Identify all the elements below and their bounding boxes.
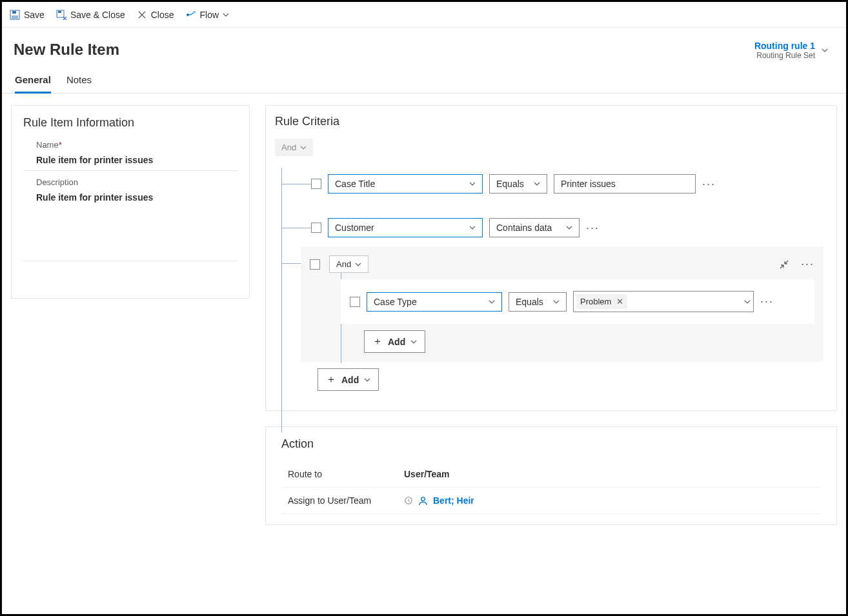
chevron-down-icon <box>489 299 495 305</box>
chevron-down-icon <box>223 12 229 18</box>
add-button[interactable]: ＋ Add <box>318 368 379 391</box>
nested-add-button[interactable]: ＋ Add <box>364 330 425 353</box>
save-button[interactable]: Save <box>10 10 45 20</box>
svg-point-6 <box>193 11 196 14</box>
description-label: Description <box>36 177 237 187</box>
assign-label: Assign to User/Team <box>288 495 404 506</box>
action-title: Action <box>281 437 821 451</box>
save-close-icon <box>56 10 66 20</box>
criteria-title: Rule Criteria <box>275 115 823 128</box>
save-close-button[interactable]: Save & Close <box>56 10 125 20</box>
save-icon <box>10 10 20 20</box>
close-icon <box>137 10 147 20</box>
svg-rect-4 <box>58 11 61 13</box>
chevron-down-icon <box>553 299 560 305</box>
tab-bar: General Notes <box>2 60 846 94</box>
chevron-down-icon <box>300 144 307 151</box>
routing-rule-link[interactable]: Routing rule 1 <box>754 41 815 51</box>
routing-rule-selector[interactable]: Routing rule 1 Routing Rule Set <box>754 41 828 60</box>
value-input-printer-issues[interactable]: Printer issues <box>554 174 696 194</box>
person-icon <box>418 496 428 506</box>
name-value[interactable]: Rule item for printer issues <box>36 155 237 165</box>
svg-rect-2 <box>12 15 18 19</box>
chevron-down-icon <box>566 224 572 231</box>
close-label: Close <box>151 10 174 20</box>
operator-dropdown-equals[interactable]: Equals <box>489 174 547 194</box>
chevron-down-icon <box>534 181 540 187</box>
nested-operator[interactable]: And <box>329 255 368 273</box>
group-more-button[interactable]: ··· <box>801 257 814 271</box>
svg-point-8 <box>421 497 425 501</box>
info-card-title: Rule Item Information <box>23 116 237 130</box>
field-dropdown-case-title[interactable]: Case Title <box>328 174 483 194</box>
row-more-button[interactable]: ··· <box>760 295 774 308</box>
save-label: Save <box>24 10 45 20</box>
routing-rule-sub: Routing Rule Set <box>754 51 815 60</box>
close-button[interactable]: Close <box>137 10 174 20</box>
tag-remove-button[interactable]: ✕ <box>616 297 623 306</box>
field-dropdown-customer[interactable]: Customer <box>328 218 483 237</box>
chevron-down-icon <box>469 224 476 231</box>
chevron-down-icon <box>744 299 751 305</box>
chevron-down-icon <box>355 261 361 268</box>
tab-general[interactable]: General <box>15 74 51 94</box>
plus-icon: ＋ <box>326 373 336 386</box>
recent-icon <box>404 496 413 505</box>
row-more-button[interactable]: ··· <box>702 177 716 191</box>
root-operator[interactable]: And <box>275 139 313 156</box>
svg-rect-1 <box>12 11 16 14</box>
name-label: Name* <box>36 140 237 150</box>
chevron-down-icon <box>822 47 828 54</box>
rule-item-info-card: Rule Item Information Name* Rule item fo… <box>11 105 250 299</box>
flow-button[interactable]: Flow <box>186 10 230 20</box>
chevron-down-icon <box>410 339 417 345</box>
operator-dropdown-contains-data[interactable]: Contains data <box>489 218 580 237</box>
field-dropdown-case-type[interactable]: Case Type <box>367 292 502 312</box>
route-to-value[interactable]: User/Team <box>404 469 450 479</box>
condition-checkbox[interactable] <box>311 223 321 233</box>
condition-checkbox[interactable] <box>311 179 321 189</box>
flow-icon <box>186 10 196 20</box>
save-close-label: Save & Close <box>70 10 125 20</box>
command-bar: Save Save & Close Close Flow <box>2 2 846 28</box>
condition-checkbox[interactable] <box>350 297 360 307</box>
svg-point-5 <box>187 14 189 16</box>
operator-dropdown-equals[interactable]: Equals <box>509 292 567 312</box>
group-checkbox[interactable] <box>310 259 320 270</box>
description-value[interactable]: Rule item for printer issues <box>36 192 237 203</box>
row-more-button[interactable]: ··· <box>586 221 600 235</box>
chevron-down-icon <box>364 377 370 383</box>
chevron-down-icon <box>469 181 476 187</box>
value-lookup-problem[interactable]: Problem ✕ <box>573 291 754 312</box>
route-to-label: Route to <box>288 469 404 479</box>
plus-icon: ＋ <box>372 335 383 348</box>
action-card: Action Route to User/Team Assign to User… <box>265 426 837 525</box>
flow-label: Flow <box>200 10 219 20</box>
collapse-icon[interactable] <box>779 259 789 270</box>
rule-criteria-card: Rule Criteria And <box>265 105 837 411</box>
tab-notes[interactable]: Notes <box>66 74 92 93</box>
page-title: New Rule Item <box>14 41 119 59</box>
assign-value[interactable]: Bert; Heir <box>404 495 474 506</box>
